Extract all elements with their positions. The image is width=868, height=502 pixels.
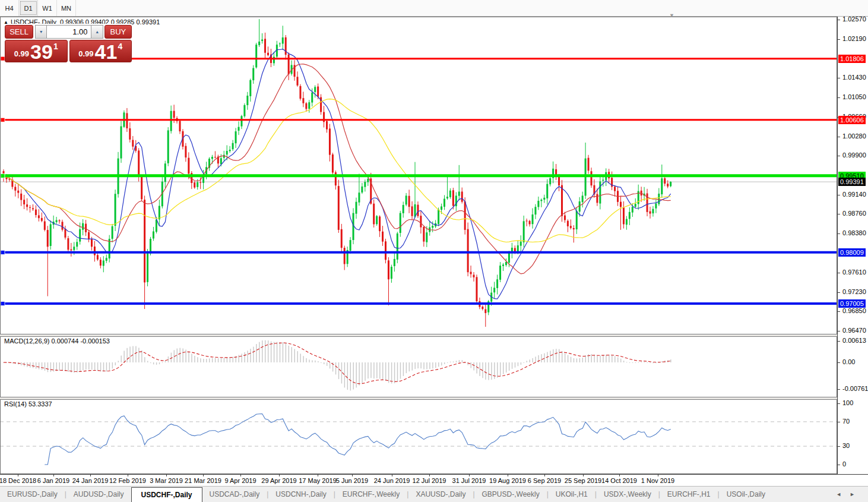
scale-tick <box>838 403 840 404</box>
macd-scale-label: 0.00613 <box>842 337 866 344</box>
date-tick <box>392 475 392 476</box>
timeframe-button-d1[interactable]: D1 <box>19 0 38 16</box>
date-label: 6 Jan 2019 <box>37 477 69 484</box>
scale-tick <box>838 273 840 273</box>
panel-splitter[interactable] <box>0 398 837 399</box>
chart-shift-marker-icon[interactable]: ▼ <box>669 13 674 18</box>
tab-scroll-right-icon[interactable]: ► <box>850 491 855 497</box>
date-axis[interactable]: 18 Dec 20186 Jan 201924 Jan 201912 Feb 2… <box>0 474 868 486</box>
date-tick <box>658 475 658 476</box>
tab-xauusd-daily[interactable]: XAUUSD-,Daily <box>408 487 473 502</box>
date-label: 6 Sep 2019 <box>528 477 561 484</box>
rsi-scale-label: 70 <box>842 418 850 425</box>
tab-usdcnh-daily[interactable]: USDCNH-,Daily <box>268 487 333 502</box>
rsi-scale-label: 0 <box>842 460 846 468</box>
buy-price-big: 41 <box>95 43 118 61</box>
timeframe-button-h4[interactable]: H4 <box>0 0 19 16</box>
volume-increase-button[interactable]: ▲ <box>91 25 103 39</box>
price-scale-label: 0.97610 <box>842 269 866 276</box>
tab-gbpusd-weekly[interactable]: GBPUSD-,Weekly <box>475 487 547 502</box>
volume-decrease-button[interactable]: ▼ <box>35 25 47 39</box>
scale-tick <box>838 156 840 156</box>
trading-terminal-window: H4D1W1MN ▲USDCHF-,Daily 0.99306 0.99402 … <box>0 0 868 502</box>
buy-price-sup: 4 <box>118 42 122 51</box>
price-scale[interactable]: 1.025701.021901.014301.010501.006601.002… <box>837 17 868 474</box>
sr-line-handle[interactable] <box>1 56 5 61</box>
sell-price-box[interactable]: 0.99 39 1 <box>5 40 68 62</box>
sell-price-base: 0.99 <box>14 49 29 58</box>
tab-usdchf-daily[interactable]: USDCHF-,Daily <box>131 487 202 502</box>
tab-audusd-daily[interactable]: AUDUSD-,Daily <box>66 487 131 502</box>
timeframe-button-w1[interactable]: W1 <box>38 0 57 16</box>
date-label: 3 Mar 2019 <box>150 477 183 484</box>
scale-tick <box>838 465 840 465</box>
price-level-label: 0.98009 <box>838 248 866 257</box>
sell-price-sup: 1 <box>53 42 58 51</box>
rsi-scale-label: 100 <box>842 399 853 406</box>
buy-button[interactable]: BUY <box>104 25 132 39</box>
macd-label: MACD(12,26,9) 0.000744 -0.000153 <box>4 337 110 345</box>
price-level-label: 0.97005 <box>838 299 866 308</box>
date-tick <box>508 475 508 476</box>
date-label: 29 Apr 2019 <box>261 477 296 484</box>
scale-tick <box>838 137 840 137</box>
date-label: 5 Jun 2019 <box>336 477 368 484</box>
symbol-tab-bar: EURUSD-,Daily|AUDUSD-,DailyUSDCHF-,Daily… <box>0 486 868 502</box>
scale-tick <box>838 97 840 98</box>
date-label: 14 Oct 2019 <box>601 477 637 484</box>
scale-tick <box>838 341 840 342</box>
date-tick <box>53 475 54 476</box>
date-tick <box>469 475 470 476</box>
date-tick <box>352 475 353 476</box>
price-level-label: 1.01806 <box>838 55 866 63</box>
date-label: 24 Jun 2019 <box>374 477 410 484</box>
date-tick <box>18 475 18 476</box>
panel-splitter[interactable] <box>0 335 837 336</box>
date-tick <box>619 475 620 476</box>
tab-eurchf-weekly[interactable]: EURCHF-,Weekly <box>335 487 407 502</box>
macd-histogram <box>4 340 671 391</box>
scale-tick <box>838 422 840 422</box>
price-scale-label: 0.98760 <box>842 210 866 217</box>
date-tick <box>429 475 430 476</box>
date-tick <box>544 475 545 476</box>
tab-eurusd-daily[interactable]: EURUSD-,Daily <box>0 487 65 502</box>
candlestick-series <box>3 19 672 327</box>
date-label: 18 Dec 2018 <box>0 477 36 484</box>
tab-ukoil-h1[interactable]: UKOil-,H1 <box>549 487 595 502</box>
sr-line-handle[interactable] <box>1 250 5 254</box>
date-label: 24 Jan 2019 <box>72 477 109 484</box>
ma-line-20 <box>4 64 671 274</box>
price-scale-label: 0.99900 <box>842 151 866 159</box>
date-tick <box>90 475 91 476</box>
date-label: 9 Apr 2019 <box>224 477 256 484</box>
volume-input[interactable] <box>47 25 91 39</box>
timeframe-button-mn[interactable]: MN <box>57 0 76 16</box>
date-label: 25 Sep 2019 <box>565 477 601 484</box>
date-tick <box>203 475 204 476</box>
date-tick <box>583 475 584 476</box>
price-scale-label: 1.01050 <box>842 93 866 100</box>
sr-line-handle[interactable] <box>1 173 5 178</box>
price-scale-label: 0.98380 <box>842 229 866 236</box>
timeframe-toolbar: H4D1W1MN <box>0 0 868 17</box>
sell-button[interactable]: SELL <box>5 25 33 39</box>
price-level-label: 1.00606 <box>838 116 866 124</box>
sell-price-big: 39 <box>30 43 53 61</box>
sr-line-handle[interactable] <box>1 118 5 122</box>
tab-usoil-daily[interactable]: USOil-,Daily <box>720 487 772 502</box>
scale-tick <box>838 311 840 312</box>
tab-usdcad-daily[interactable]: USDCAD-,Daily <box>202 487 267 502</box>
scale-tick <box>838 389 840 390</box>
tab-scroll-left-icon[interactable]: ◄ <box>836 491 841 497</box>
price-chart[interactable] <box>0 17 837 474</box>
tab-eurchf-h1[interactable]: EURCHF-,H1 <box>660 487 718 502</box>
price-scale-label: 0.96850 <box>842 307 866 314</box>
tab-usdx-weekly[interactable]: USDX-,Weekly <box>597 487 658 502</box>
scale-tick <box>838 78 840 78</box>
scale-tick <box>838 195 840 195</box>
buy-price-box[interactable]: 0.99 41 4 <box>69 40 132 62</box>
scale-tick <box>838 39 840 40</box>
sr-line-handle[interactable] <box>1 302 5 306</box>
date-tick <box>240 475 241 476</box>
